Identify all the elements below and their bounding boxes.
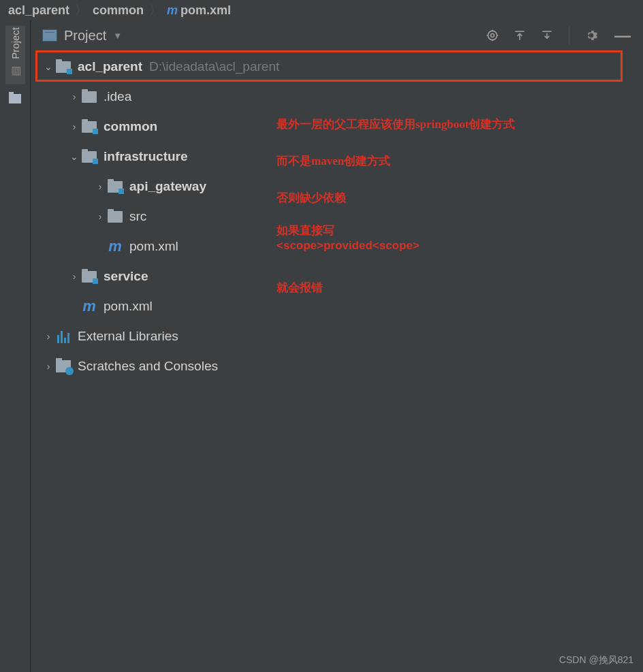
expand-arrow-icon[interactable]: › bbox=[67, 121, 82, 132]
project-panel-header: Project ▼ — bbox=[31, 20, 643, 50]
module-folder-icon bbox=[82, 151, 97, 163]
expand-arrow-icon[interactable]: › bbox=[41, 361, 56, 372]
breadcrumb-separator: 〉 bbox=[149, 2, 161, 18]
maven-file-icon: m bbox=[167, 3, 178, 18]
module-folder-icon bbox=[56, 61, 71, 73]
collapse-all-button[interactable] bbox=[537, 26, 556, 45]
folder-rail-icon[interactable] bbox=[9, 94, 21, 103]
tree-node-common[interactable]: › common bbox=[31, 112, 643, 142]
project-view-icon bbox=[42, 29, 57, 42]
select-opened-file-button[interactable] bbox=[483, 26, 502, 45]
divider bbox=[569, 27, 569, 44]
expand-arrow-icon[interactable]: ⌄ bbox=[67, 151, 82, 162]
expand-arrow-icon[interactable]: › bbox=[41, 331, 56, 342]
scratches-icon bbox=[56, 360, 71, 372]
breadcrumb[interactable]: acl_parent 〉 common 〉 m pom.xml bbox=[0, 0, 643, 20]
project-tab-icon: ▤ bbox=[9, 66, 22, 76]
tree-node-root[interactable]: ⌄ acl_parent D:\ideadata\acl_parent bbox=[31, 52, 643, 82]
svg-point-1 bbox=[491, 34, 495, 37]
settings-button[interactable] bbox=[582, 26, 601, 45]
hide-panel-button[interactable]: — bbox=[613, 26, 632, 45]
tree-node-root-pom[interactable]: › m pom.xml bbox=[31, 291, 643, 321]
tree-node-scratches[interactable]: › Scratches and Consoles bbox=[31, 351, 643, 381]
breadcrumb-item[interactable]: common bbox=[93, 3, 144, 18]
expand-arrow-icon[interactable]: › bbox=[93, 211, 108, 222]
tree-node-api-gateway[interactable]: › api_gateway bbox=[31, 172, 643, 202]
folder-icon bbox=[82, 91, 97, 103]
tree-node-infrastructure[interactable]: ⌄ infrastructure bbox=[31, 142, 643, 172]
project-toolwindow-tab[interactable]: ▤ Project bbox=[5, 26, 25, 84]
expand-all-button[interactable] bbox=[510, 26, 529, 45]
left-rail: ▤ Project bbox=[0, 20, 31, 672]
breadcrumb-item[interactable]: acl_parent bbox=[8, 3, 69, 18]
module-folder-icon bbox=[82, 271, 97, 283]
maven-file-icon: m bbox=[108, 238, 123, 255]
expand-arrow-icon[interactable]: › bbox=[67, 271, 82, 282]
module-folder-icon bbox=[82, 121, 97, 133]
project-tree[interactable]: ⌄ acl_parent D:\ideadata\acl_parent › .i… bbox=[31, 50, 643, 383]
maven-file-icon: m bbox=[82, 298, 97, 315]
panel-title: Project bbox=[64, 28, 106, 44]
libraries-icon bbox=[56, 330, 71, 343]
expand-arrow-icon[interactable]: › bbox=[93, 181, 108, 192]
svg-point-0 bbox=[488, 31, 497, 39]
expand-arrow-icon[interactable]: › bbox=[67, 91, 82, 102]
tree-node-external-libraries[interactable]: › External Libraries bbox=[31, 321, 643, 351]
module-folder-icon bbox=[108, 181, 123, 193]
tree-node-infra-pom[interactable]: › m pom.xml bbox=[31, 231, 643, 261]
breadcrumb-item[interactable]: pom.xml bbox=[181, 3, 231, 18]
chevron-down-icon: ▼ bbox=[113, 31, 122, 41]
tree-node-idea[interactable]: › .idea bbox=[31, 82, 643, 112]
folder-icon bbox=[108, 211, 123, 223]
tree-node-service[interactable]: › service bbox=[31, 261, 643, 291]
expand-arrow-icon[interactable]: ⌄ bbox=[41, 61, 56, 72]
tree-node-src[interactable]: › src bbox=[31, 202, 643, 231]
project-view-selector[interactable]: Project ▼ bbox=[42, 28, 475, 44]
watermark: CSDN @挽风821 bbox=[559, 654, 633, 667]
breadcrumb-separator: 〉 bbox=[75, 2, 87, 18]
